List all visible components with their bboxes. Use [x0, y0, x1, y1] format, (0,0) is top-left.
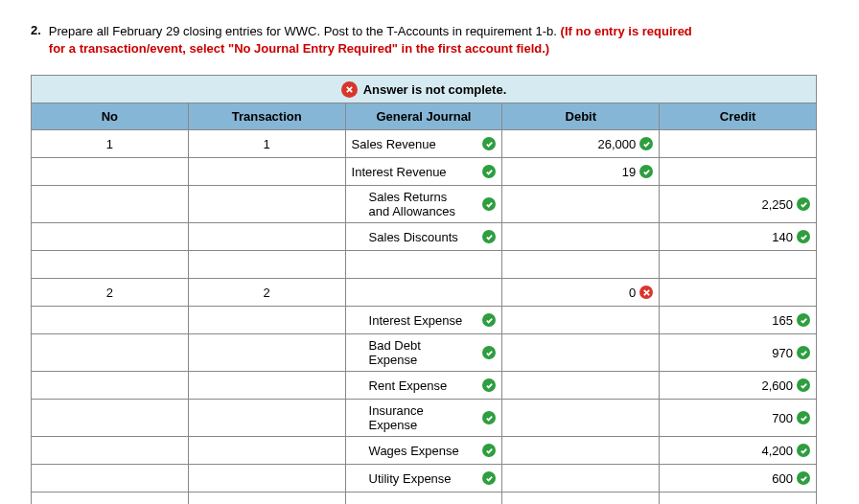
check-icon — [639, 137, 653, 150]
cell-transaction[interactable] — [188, 400, 345, 437]
cell-general-journal[interactable]: Interest Revenue — [345, 158, 502, 186]
banner-row: Answer is not complete. — [32, 76, 817, 103]
credit-value: 2,600 — [761, 378, 793, 393]
cell-no[interactable] — [32, 186, 189, 223]
table-row: 11Sales Revenue26,000 — [32, 130, 817, 158]
cell-no[interactable] — [32, 307, 189, 334]
cell-credit[interactable] — [660, 279, 817, 307]
header-debit: Debit — [502, 103, 660, 130]
cell-no[interactable] — [32, 223, 189, 251]
cell-debit[interactable] — [502, 493, 660, 504]
cell-credit[interactable] — [660, 158, 817, 186]
cell-debit[interactable] — [502, 465, 660, 493]
cell-credit[interactable]: 970 — [660, 334, 817, 372]
check-icon — [482, 471, 496, 485]
check-icon — [482, 230, 496, 243]
completeness-banner: Answer is not complete. — [32, 76, 817, 103]
cell-transaction[interactable] — [188, 251, 345, 279]
cell-debit[interactable]: 0 — [502, 279, 660, 307]
cell-credit[interactable]: 700 — [660, 400, 817, 437]
table-row: Insurance Expense700 — [32, 400, 817, 437]
cell-transaction[interactable]: 2 — [188, 279, 345, 307]
table-row: Interest Expense165 — [32, 307, 817, 334]
header-credit: Credit — [660, 103, 817, 130]
cell-no[interactable] — [32, 465, 189, 493]
cell-no[interactable] — [32, 493, 189, 504]
cell-transaction[interactable] — [188, 158, 345, 186]
cell-credit[interactable]: 2,250 — [660, 186, 817, 223]
check-icon — [797, 471, 810, 485]
header-transaction: Transaction — [188, 103, 345, 130]
cell-no[interactable] — [32, 158, 189, 186]
cell-no[interactable]: 2 — [32, 279, 189, 307]
cell-transaction[interactable] — [188, 186, 345, 223]
cell-credit[interactable]: 140 — [660, 223, 817, 251]
cell-transaction[interactable] — [188, 223, 345, 251]
cell-debit[interactable] — [502, 372, 660, 400]
check-icon — [482, 137, 496, 150]
cell-general-journal[interactable]: Rent Expense — [345, 372, 502, 400]
cell-debit[interactable] — [502, 437, 660, 465]
banner-text: Answer is not complete. — [363, 82, 507, 97]
cell-credit[interactable] — [660, 130, 817, 158]
account-label: Sales Discounts — [352, 230, 458, 244]
cell-transaction[interactable] — [188, 307, 345, 334]
table-row: Utility Expense600 — [32, 465, 817, 493]
cell-transaction[interactable] — [188, 493, 345, 504]
table-row: 220 — [32, 279, 817, 307]
cell-general-journal[interactable]: Sales Discounts — [345, 223, 502, 251]
cell-debit[interactable]: 19 — [502, 158, 660, 186]
credit-value: 600 — [772, 471, 793, 486]
cell-transaction[interactable] — [188, 334, 345, 372]
cell-general-journal[interactable]: Sales Returns and Allowances — [345, 186, 502, 223]
cell-no[interactable] — [32, 437, 189, 465]
question-prompt: 2. Prepare all February 29 closing entri… — [31, 23, 702, 57]
cell-general-journal[interactable]: Interest Expense — [345, 307, 502, 334]
cell-credit[interactable]: 2,600 — [660, 372, 817, 400]
cell-credit[interactable] — [660, 251, 817, 279]
cell-transaction[interactable]: 1 — [188, 130, 345, 158]
header-gj: General Journal — [345, 103, 502, 130]
cell-credit[interactable]: 600 — [660, 465, 817, 493]
cell-debit[interactable] — [502, 334, 660, 372]
cell-debit[interactable] — [502, 400, 660, 437]
cell-debit[interactable] — [502, 223, 660, 251]
cell-general-journal[interactable]: Sales Revenue — [345, 130, 502, 158]
account-label: Sales Returns and Allowances — [352, 190, 472, 218]
cell-debit[interactable]: 26,000 — [502, 130, 660, 158]
debit-value: 0 — [629, 286, 636, 300]
cell-no[interactable] — [32, 372, 189, 400]
account-label: Bad Debt Expense — [352, 338, 472, 367]
cell-no[interactable] — [32, 400, 189, 437]
credit-value: 2,250 — [761, 197, 793, 212]
cell-general-journal[interactable]: Insurance Expense — [345, 400, 502, 437]
check-icon — [482, 165, 496, 178]
cell-debit[interactable] — [502, 251, 660, 279]
cell-general-journal[interactable]: Wages Expense — [345, 437, 502, 465]
cell-transaction[interactable] — [188, 372, 345, 400]
question-text: Prepare all February 29 closing entries … — [49, 23, 702, 57]
cell-no[interactable] — [32, 251, 189, 279]
cell-general-journal[interactable] — [345, 279, 502, 307]
table-row: Sales Discounts140 — [32, 223, 817, 251]
cell-no[interactable]: 1 — [32, 130, 189, 158]
cell-debit[interactable] — [502, 307, 660, 334]
check-icon — [797, 411, 810, 424]
account-label: Insurance Expense — [352, 403, 472, 432]
question-text-black: Prepare all February 29 closing entries … — [49, 24, 561, 38]
cell-general-journal[interactable]: Utility Expense — [345, 465, 502, 493]
cell-general-journal[interactable] — [345, 493, 502, 504]
cell-transaction[interactable] — [188, 437, 345, 465]
account-label: Sales Revenue — [352, 137, 436, 151]
cell-credit[interactable]: 4,200 — [660, 437, 817, 465]
cell-general-journal[interactable] — [345, 251, 502, 279]
x-icon — [341, 81, 358, 98]
header-row: No Transaction General Journal Debit Cre… — [32, 103, 817, 130]
cell-credit[interactable] — [660, 493, 817, 504]
cell-no[interactable] — [32, 334, 189, 372]
cell-general-journal[interactable]: Bad Debt Expense — [345, 334, 502, 372]
check-icon — [797, 346, 810, 359]
cell-debit[interactable] — [502, 186, 660, 223]
cell-transaction[interactable] — [188, 465, 345, 493]
cell-credit[interactable]: 165 — [660, 307, 817, 334]
